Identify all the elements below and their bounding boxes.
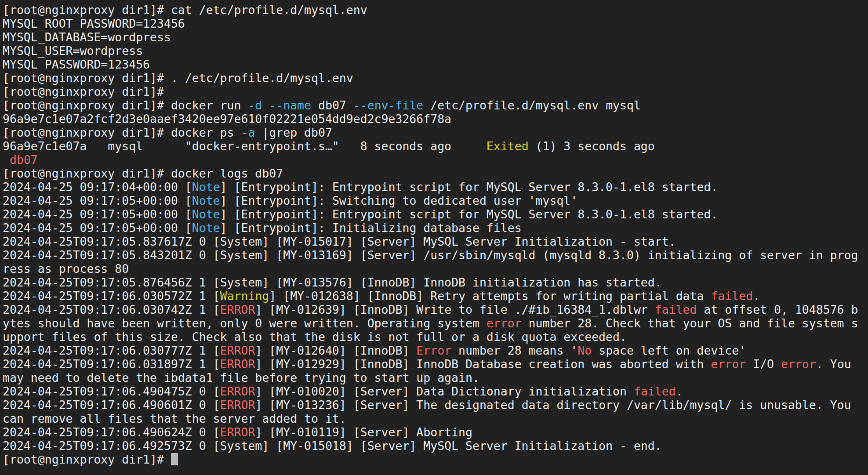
text-segment: upport files of this size. Check also th… — [3, 330, 627, 344]
text-segment: db07 — [311, 98, 353, 112]
text-segment: ] [MY-012929] [InnoDB] InnoDB Database c… — [255, 357, 711, 371]
text-segment: [root@nginxproxy dir1]# docker run — [3, 98, 248, 112]
terminal-line-17: 2024-04-25 09:17:05+00:00 [Note] [Entryp… — [3, 221, 868, 235]
text-segment-red: ERROR — [220, 384, 255, 398]
text-segment: (1) 3 seconds ago — [529, 139, 655, 153]
terminal-line-33: 2024-04-25T09:17:06.492573Z 0 [System] [… — [3, 439, 868, 453]
terminal-line-7: [root@nginxproxy dir1]# — [3, 85, 868, 98]
terminal-line-9: 96a9e7c1e07a2fcf2d3e0aaef3420ee97e610f02… — [3, 112, 868, 126]
text-segment: can remove all files that the server add… — [3, 412, 346, 425]
text-segment-red: failed — [711, 289, 753, 303]
text-segment-red: ERROR — [220, 344, 255, 357]
text-segment-red: error — [487, 316, 522, 330]
text-segment: 2024-04-25T09:17:05.843201Z 0 [System] [… — [3, 248, 858, 262]
text-segment-cyan: Note — [192, 180, 220, 194]
text-segment: ] [MY-012639] [InnoDB] Write to file ./#… — [255, 303, 654, 316]
text-segment: 2024-04-25T09:17:06.030742Z 1 [ — [3, 303, 220, 316]
text-segment: space left on device' — [592, 344, 746, 357]
text-segment: 2024-04-25T09:17:06.490475Z 0 [ — [3, 384, 220, 398]
text-segment: 96a9e7c1e07a mysql "docker-entrypoint.s…… — [3, 139, 487, 153]
text-segment-red: ERROR — [220, 398, 255, 412]
text-segment-red: Error — [416, 344, 451, 357]
terminal-line-18: 2024-04-25T09:17:05.837617Z 0 [System] [… — [3, 235, 868, 248]
terminal-line-14: 2024-04-25 09:17:04+00:00 [Note] [Entryp… — [3, 180, 868, 194]
text-segment: ] [MY-012640] [InnoDB] — [255, 344, 416, 357]
text-segment: [root@nginxproxy dir1]# docker logs db07 — [3, 167, 283, 180]
terminal-line-2: MYSQL_ROOT_PASSWORD=123456 — [3, 17, 868, 30]
text-segment: ] [MY-013236] [Server] The designated da… — [255, 398, 851, 412]
text-segment: [root@nginxproxy dir1]# — [3, 85, 164, 98]
text-segment: 2024-04-25T09:17:06.030572Z 1 [ — [3, 289, 220, 303]
text-segment: 2024-04-25T09:17:06.031897Z 1 [ — [3, 357, 220, 371]
text-segment-cyan: --name — [269, 98, 311, 112]
terminal-line-15: 2024-04-25 09:17:05+00:00 [Note] [Entryp… — [3, 194, 868, 207]
terminal-line-29: 2024-04-25T09:17:06.490475Z 0 [ERROR] [M… — [3, 384, 868, 398]
text-segment: [root@nginxproxy dir1]# cat /etc/profile… — [3, 3, 367, 17]
text-segment: 2024-04-25T09:17:06.030777Z 1 [ — [3, 344, 220, 357]
text-segment-cyan: Note — [192, 221, 220, 235]
text-segment: ] [Entrypoint]: Initializing database fi… — [220, 221, 522, 235]
text-segment: number 28. Check that your OS and file s… — [522, 316, 858, 330]
text-segment: . You — [816, 357, 851, 371]
terminal-line-30: 2024-04-25T09:17:06.490601Z 0 [ERROR] [M… — [3, 398, 868, 412]
text-segment: I/O — [746, 357, 781, 371]
text-segment: ] [Entrypoint]: Entrypoint script for My… — [220, 180, 718, 194]
text-segment: . — [753, 289, 760, 303]
text-segment-red: db07 — [10, 153, 38, 167]
text-segment-cyan: Note — [192, 194, 220, 207]
terminal-line-24: ytes should have been written, only 0 we… — [3, 316, 868, 330]
text-segment-cyan: Note — [192, 207, 220, 221]
terminal-line-26: 2024-04-25T09:17:06.030777Z 1 [ERROR] [M… — [3, 344, 868, 357]
text-segment-red: ERROR — [220, 357, 255, 371]
terminal-line-10: [root@nginxproxy dir1]# docker ps -a |gr… — [3, 126, 868, 139]
text-segment-red: error — [781, 357, 816, 371]
text-segment — [262, 98, 269, 112]
text-segment: 2024-04-25 09:17:05+00:00 [ — [3, 207, 192, 221]
terminal-line-27: 2024-04-25T09:17:06.031897Z 1 [ERROR] [M… — [3, 357, 868, 371]
terminal-line-34: [root@nginxproxy dir1]# — [3, 453, 868, 466]
text-segment: at offset 0, 1048576 b — [697, 303, 858, 316]
text-segment: may need to delete the ibdata1 file befo… — [3, 371, 479, 384]
terminal-line-28: may need to delete the ibdata1 file befo… — [3, 371, 868, 384]
terminal-line-32: 2024-04-25T09:17:06.490624Z 0 [ERROR] [M… — [3, 425, 868, 439]
text-segment: ytes should have been written, only 0 we… — [3, 316, 487, 330]
terminal-line-1: [root@nginxproxy dir1]# cat /etc/profile… — [3, 3, 868, 17]
terminal-line-8: [root@nginxproxy dir1]# docker run -d --… — [3, 98, 868, 112]
terminal-line-25: upport files of this size. Check also th… — [3, 330, 868, 344]
text-segment-red: failed — [634, 384, 676, 398]
text-segment-red: error — [711, 357, 746, 371]
text-segment — [3, 153, 10, 167]
text-segment: ] [Entrypoint]: Entrypoint script for My… — [220, 207, 718, 221]
text-segment: MYSQL_PASSWORD=123456 — [3, 58, 150, 71]
text-segment: MYSQL_USER=wordpress — [3, 44, 143, 58]
terminal[interactable]: [root@nginxproxy dir1]# cat /etc/profile… — [0, 0, 868, 475]
terminal-line-3: MYSQL_DATABASE=wordpress — [3, 30, 868, 44]
text-segment: ] [Entrypoint]: Switching to dedicated u… — [220, 194, 578, 207]
terminal-line-12: db07 — [3, 153, 868, 167]
terminal-line-21: 2024-04-25T09:17:05.876456Z 1 [System] [… — [3, 276, 868, 289]
text-segment-yellow: Warning — [220, 289, 269, 303]
terminal-line-16: 2024-04-25 09:17:05+00:00 [Note] [Entryp… — [3, 207, 868, 221]
text-segment-red: No — [577, 344, 592, 357]
text-segment: 2024-04-25 09:17:04+00:00 [ — [3, 180, 192, 194]
text-segment: [root@nginxproxy dir1]# . /etc/profile.d… — [3, 71, 353, 85]
text-segment: ress as process 80 — [3, 262, 129, 276]
text-segment: |grep db07 — [255, 126, 332, 139]
text-segment: MYSQL_ROOT_PASSWORD=123456 — [3, 17, 185, 30]
text-segment: 2024-04-25T09:17:05.837617Z 0 [System] [… — [3, 235, 676, 248]
terminal-line-23: 2024-04-25T09:17:06.030742Z 1 [ERROR] [M… — [3, 303, 868, 316]
text-segment: 2024-04-25 09:17:05+00:00 [ — [3, 194, 192, 207]
text-segment: MYSQL_DATABASE=wordpress — [3, 30, 171, 44]
terminal-line-6: [root@nginxproxy dir1]# . /etc/profile.d… — [3, 71, 868, 85]
text-segment: . — [676, 384, 683, 398]
terminal-line-11: 96a9e7c1e07a mysql "docker-entrypoint.s…… — [3, 139, 868, 153]
text-segment: 2024-04-25T09:17:06.490601Z 0 [ — [3, 398, 220, 412]
text-segment: number 28 means ' — [451, 344, 577, 357]
terminal-line-19: 2024-04-25T09:17:05.843201Z 0 [System] [… — [3, 248, 868, 262]
terminal-line-31: can remove all files that the server add… — [3, 412, 868, 425]
terminal-line-5: MYSQL_PASSWORD=123456 — [3, 58, 868, 71]
terminal-line-13: [root@nginxproxy dir1]# docker logs db07 — [3, 167, 868, 180]
text-segment: 2024-04-25T09:17:05.876456Z 1 [System] [… — [3, 276, 662, 289]
text-segment: 2024-04-25T09:17:06.490624Z 0 [ — [3, 425, 220, 439]
text-segment: /etc/profile.d/mysql.env mysql — [423, 98, 641, 112]
